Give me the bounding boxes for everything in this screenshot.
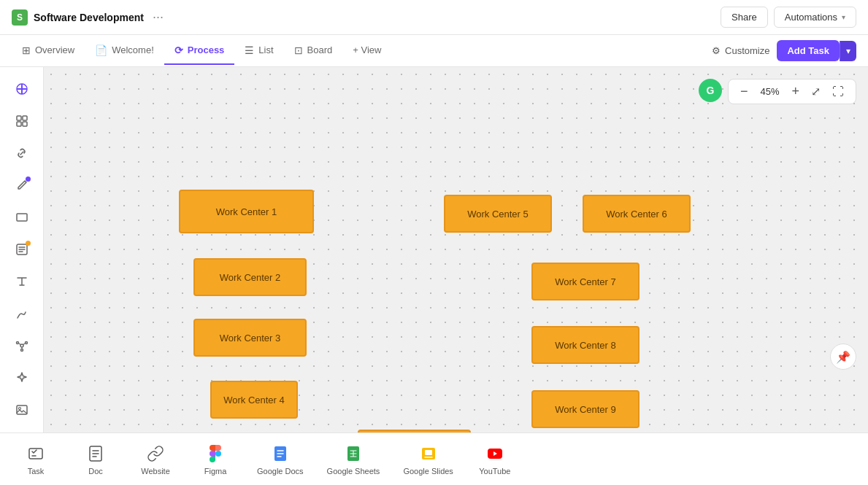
toolbar-website-label: Website bbox=[141, 467, 170, 476]
work-node-wc9[interactable]: Work Center 9 bbox=[531, 390, 640, 428]
task-icon bbox=[26, 443, 46, 464]
note-dot-indicator bbox=[26, 241, 31, 246]
svg-rect-1 bbox=[17, 116, 21, 120]
sidebar-rectangle-icon[interactable] bbox=[9, 204, 35, 230]
youtube-icon bbox=[485, 443, 505, 464]
user-avatar: G bbox=[699, 79, 722, 102]
toolbar-task[interactable]: Task bbox=[18, 443, 54, 476]
add-task-button[interactable]: Add Task bbox=[777, 40, 840, 61]
toolbar-gdocs-label: Google Docs bbox=[257, 467, 304, 476]
sidebar-draw-icon[interactable] bbox=[9, 300, 35, 327]
work-node-wc4a[interactable]: Work Center 4 bbox=[210, 381, 298, 419]
work-node-wc5[interactable]: Work Center 5 bbox=[444, 195, 552, 233]
toolbar-task-label: Task bbox=[28, 467, 45, 476]
sidebar-shapes-icon[interactable] bbox=[9, 108, 35, 134]
svg-rect-11 bbox=[17, 406, 27, 414]
chevron-down-icon: ▾ bbox=[846, 46, 850, 56]
toolbar-gdocs[interactable]: Google Docs bbox=[257, 443, 304, 476]
automations-button[interactable]: Automations ▾ bbox=[774, 7, 856, 28]
website-icon bbox=[145, 443, 166, 464]
pin-button[interactable]: 📌 bbox=[830, 344, 856, 370]
sidebar-text-icon[interactable] bbox=[9, 268, 35, 295]
gsheets-icon bbox=[343, 443, 364, 464]
tab-list[interactable]: ☰ List bbox=[234, 37, 283, 65]
work-node-wc3[interactable]: Work Center 3 bbox=[193, 319, 307, 357]
toolbar-doc[interactable]: Doc bbox=[77, 443, 114, 476]
add-task-dropdown-button[interactable]: ▾ bbox=[840, 41, 856, 61]
toolbar-website[interactable]: Website bbox=[137, 443, 174, 476]
svg-point-12 bbox=[18, 408, 20, 410]
tab-board[interactable]: ⊡ Board bbox=[284, 37, 343, 65]
customize-button[interactable]: ⚙ Customize bbox=[704, 41, 777, 61]
sidebar-pen-icon[interactable] bbox=[9, 172, 35, 198]
sidebar-image-icon[interactable] bbox=[9, 397, 35, 423]
zoom-fit-button[interactable]: ⤢ bbox=[808, 85, 823, 98]
toolbar-doc-label: Doc bbox=[88, 467, 103, 476]
project-title: Software Development bbox=[34, 12, 144, 23]
canvas-area[interactable]: G ⓘ − 45% + ⤢ ⛶ Work Center 1 Work Cente… bbox=[44, 67, 868, 432]
work-node-wc8[interactable]: Work Center 8 bbox=[531, 326, 640, 364]
toolbar-gsheets-label: Google Sheets bbox=[327, 467, 380, 476]
zoom-value: 45% bbox=[756, 86, 783, 97]
svg-rect-5 bbox=[17, 214, 27, 221]
toolbar-gslides[interactable]: Google Slides bbox=[403, 443, 453, 476]
tab-process[interactable]: ⟳ Process bbox=[164, 37, 235, 65]
zoom-in-button[interactable]: + bbox=[788, 84, 802, 99]
gslides-icon bbox=[418, 443, 439, 464]
app-icon: S bbox=[12, 9, 28, 26]
work-node-wc1[interactable]: Work Center 1 bbox=[179, 190, 314, 233]
work-node-wc6[interactable]: Work Center 6 bbox=[583, 195, 691, 233]
svg-point-8 bbox=[16, 342, 18, 344]
work-node-wc4b[interactable]: Work Center 4 bbox=[358, 430, 471, 432]
tab-welcome[interactable]: 📄 Welcome! bbox=[85, 37, 164, 65]
sidebar-link-icon[interactable] bbox=[9, 140, 35, 166]
doc-icon bbox=[85, 443, 106, 464]
svg-rect-4 bbox=[23, 122, 27, 126]
toolbar-figma[interactable]: Figma bbox=[197, 443, 234, 476]
process-icon: ⟳ bbox=[174, 44, 183, 56]
toolbar-figma-label: Figma bbox=[204, 467, 227, 476]
overview-icon: ⊞ bbox=[22, 44, 31, 56]
toolbar-youtube[interactable]: YouTube bbox=[477, 443, 513, 476]
sidebar-process-icon[interactable] bbox=[9, 76, 35, 102]
zoom-fullscreen-button[interactable]: ⛶ bbox=[829, 85, 847, 98]
svg-point-10 bbox=[20, 349, 23, 352]
board-icon: ⊡ bbox=[294, 44, 303, 56]
figma-icon bbox=[205, 443, 226, 464]
more-menu-button[interactable]: ··· bbox=[153, 9, 164, 25]
svg-point-9 bbox=[25, 342, 27, 344]
gear-icon: ⚙ bbox=[712, 45, 721, 56]
pen-dot-indicator bbox=[26, 176, 31, 182]
automations-chevron-icon: ▾ bbox=[842, 13, 845, 21]
work-node-wc2[interactable]: Work Center 2 bbox=[193, 258, 307, 296]
zoom-out-button[interactable]: − bbox=[737, 84, 751, 99]
gdocs-icon bbox=[270, 443, 291, 464]
top-bar: S Software Development ··· Share Automat… bbox=[0, 0, 868, 35]
main-area: G ⓘ − 45% + ⤢ ⛶ Work Center 1 Work Cente… bbox=[0, 67, 868, 432]
svg-rect-2 bbox=[23, 116, 27, 120]
bottom-toolbar: Task Doc Website bbox=[0, 432, 868, 485]
sidebar-magic-icon[interactable] bbox=[9, 365, 35, 391]
sidebar-network-icon[interactable] bbox=[9, 333, 35, 359]
welcome-icon: 📄 bbox=[95, 44, 107, 56]
sidebar-note-icon[interactable] bbox=[9, 236, 35, 263]
tab-overview[interactable]: ⊞ Overview bbox=[12, 37, 85, 65]
toolbar-gsheets[interactable]: Google Sheets bbox=[327, 443, 380, 476]
left-sidebar bbox=[0, 67, 44, 432]
work-node-wc7[interactable]: Work Center 7 bbox=[531, 263, 640, 300]
tab-add-view[interactable]: + View bbox=[342, 37, 391, 64]
toolbar-youtube-label: YouTube bbox=[479, 467, 510, 476]
svg-rect-18 bbox=[425, 450, 432, 455]
list-icon: ☰ bbox=[245, 44, 254, 56]
toolbar-gslides-label: Google Slides bbox=[403, 467, 453, 476]
zoom-controls: − 45% + ⤢ ⛶ bbox=[728, 79, 856, 104]
share-button[interactable]: Share bbox=[721, 7, 768, 28]
svg-rect-3 bbox=[17, 122, 21, 126]
nav-tabs: ⊞ Overview 📄 Welcome! ⟳ Process ☰ List ⊡… bbox=[0, 35, 868, 67]
